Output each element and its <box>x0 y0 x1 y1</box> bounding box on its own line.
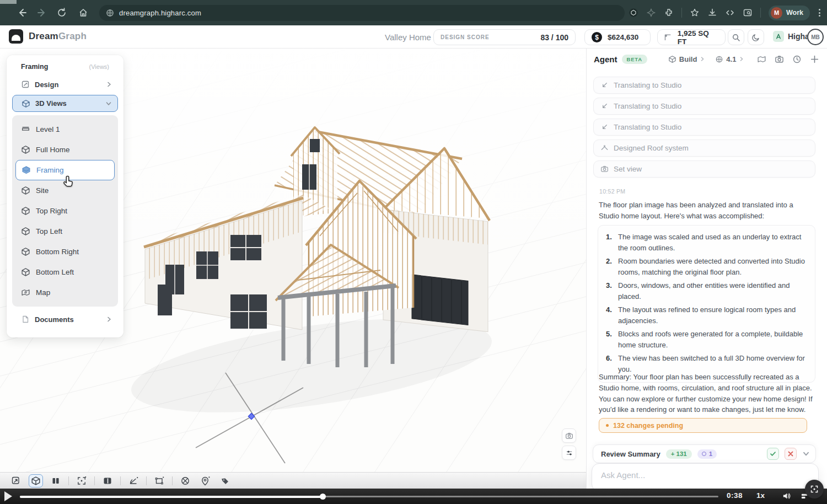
search-button[interactable] <box>728 29 744 45</box>
theme-toggle-button[interactable] <box>748 29 764 45</box>
view-item-level-1[interactable]: Level 1 <box>15 119 115 140</box>
3d-views-icon <box>22 99 30 108</box>
approve-button[interactable] <box>767 448 779 460</box>
layout-panels-tool[interactable] <box>100 474 115 487</box>
views-list: Level 1 Full Home Framing Site Top Right… <box>12 115 118 307</box>
extension-icon-2[interactable] <box>646 8 656 18</box>
video-speed[interactable]: 1x <box>756 491 765 500</box>
status-row[interactable]: Translating to Studio <box>593 119 815 136</box>
level-icon <box>21 125 30 134</box>
view-item-map[interactable]: Map <box>15 282 115 303</box>
rectangle-tool[interactable] <box>152 474 167 487</box>
volume-button[interactable] <box>782 491 791 503</box>
new-chat-plus-icon[interactable] <box>810 55 819 64</box>
price-value: $624,630 <box>608 33 638 41</box>
play-button[interactable] <box>4 491 12 501</box>
bullet-dot <box>606 424 609 427</box>
sidebar-item-documents[interactable]: Documents <box>12 311 118 328</box>
status-row[interactable]: Set view <box>593 160 815 178</box>
video-playhead[interactable] <box>320 494 326 500</box>
view-item-bottom-right[interactable]: Bottom Right <box>15 242 115 262</box>
map-icon[interactable] <box>757 55 766 64</box>
brand-bold: Dream <box>29 31 58 41</box>
section-cut-tool[interactable] <box>178 474 192 487</box>
extension-icon-1[interactable] <box>629 8 638 18</box>
browser-tab[interactable] <box>0 0 17 4</box>
view-item-bottom-left[interactable]: Bottom Left <box>15 262 115 282</box>
reject-button[interactable] <box>785 448 797 460</box>
status-label: Translating to Studio <box>614 81 681 89</box>
reload-button[interactable] <box>56 7 67 18</box>
design-score-pill[interactable]: DESIGN SCORE 83 / 100 <box>433 29 576 45</box>
view-item-label: Bottom Right <box>36 248 79 256</box>
divider <box>68 476 69 485</box>
zoom-extents-tool[interactable] <box>74 474 89 487</box>
browser-profile-chip[interactable]: M Work <box>769 6 810 20</box>
message-steps: The image was scaled and used as an unde… <box>598 225 815 383</box>
views-sidebar: Framing (Views) Design 3D Views Level 1 … <box>7 55 123 337</box>
view-item-label: Top Right <box>36 207 67 215</box>
arch-logo-icon <box>9 29 23 44</box>
price-pill[interactable]: $ $624,630 <box>584 29 651 45</box>
documents-icon <box>21 315 30 324</box>
agent-panel: Agent BETA Build 4.1 Translating to Stud <box>586 49 827 489</box>
side-panel-icon[interactable] <box>743 8 753 18</box>
site-info-icon[interactable] <box>106 9 114 17</box>
divider <box>681 8 682 18</box>
changes-pending-badge[interactable]: 132 changes pending <box>599 418 807 433</box>
chevron-down-icon[interactable] <box>802 450 810 458</box>
view-settings-button[interactable] <box>562 446 576 460</box>
version-menu[interactable]: 4.1 <box>715 55 744 63</box>
tag-tool[interactable] <box>218 474 232 487</box>
video-progress-track[interactable] <box>20 496 718 497</box>
divider <box>172 476 173 485</box>
view-item-label: Top Left <box>36 227 62 235</box>
location-pin-tool[interactable] <box>198 474 212 487</box>
status-row[interactable]: Translating to Studio <box>593 77 815 94</box>
url-text: dreamgraph.higharc.com <box>119 9 201 17</box>
screenshot-overlay-button[interactable] <box>805 480 824 498</box>
view-item-label: Level 1 <box>36 125 60 133</box>
dreamgraph-logo[interactable]: DreamGraph <box>9 29 87 44</box>
plan-view-tool[interactable] <box>9 474 23 487</box>
origin-marker <box>248 413 254 419</box>
status-label: Designed Roof system <box>614 144 689 152</box>
cube-icon <box>21 267 30 277</box>
area-pill[interactable]: 1,925 SQ FT <box>657 29 726 45</box>
url-bar[interactable]: dreamgraph.higharc.com <box>99 5 625 21</box>
screen: dreamgraph.higharc.com M Work DreamGraph… <box>0 0 827 504</box>
sidebar-item-3d-views[interactable]: 3D Views <box>12 95 118 112</box>
status-row[interactable]: Translating to Studio <box>593 98 815 115</box>
status-row[interactable]: Designed Roof system <box>593 140 815 157</box>
user-avatar[interactable]: MB <box>807 29 824 45</box>
snapshot-button[interactable] <box>562 428 576 443</box>
video-time: 0:38 <box>727 491 743 500</box>
view-item-full-home[interactable]: Full Home <box>15 140 115 160</box>
review-summary-bar[interactable]: Review Summary + 131 1 <box>593 444 816 463</box>
design-icon <box>21 80 30 89</box>
camera-icon[interactable] <box>775 55 784 64</box>
roof-pitch-tool[interactable] <box>126 474 141 487</box>
browser-menu-icon[interactable] <box>818 8 821 18</box>
chevron-right-icon <box>106 316 112 323</box>
3d-view-tool[interactable] <box>29 474 43 487</box>
home-icon[interactable] <box>78 7 89 18</box>
history-icon[interactable] <box>792 55 802 64</box>
ask-agent-input[interactable] <box>592 464 818 491</box>
app-header: DreamGraph Valley Home DESIGN SCORE 83 /… <box>0 25 827 49</box>
back-button[interactable] <box>17 7 28 18</box>
divider <box>120 476 121 485</box>
forward-button[interactable] <box>36 7 47 18</box>
view-item-top-left[interactable]: Top Left <box>15 221 115 242</box>
extensions-puzzle-icon[interactable] <box>664 8 674 18</box>
download-icon[interactable] <box>707 8 717 18</box>
bookmark-star-icon[interactable] <box>690 8 700 18</box>
view-item-top-right[interactable]: Top Right <box>15 201 115 221</box>
message-timestamp: 10:52 PM <box>599 188 625 195</box>
project-name[interactable]: Valley Home <box>385 33 431 42</box>
build-menu[interactable]: Build <box>668 55 706 63</box>
split-view-tool[interactable] <box>49 474 63 487</box>
sidebar-item-design[interactable]: Design <box>12 76 118 93</box>
divider <box>94 476 95 485</box>
devtools-icon[interactable] <box>725 8 735 18</box>
